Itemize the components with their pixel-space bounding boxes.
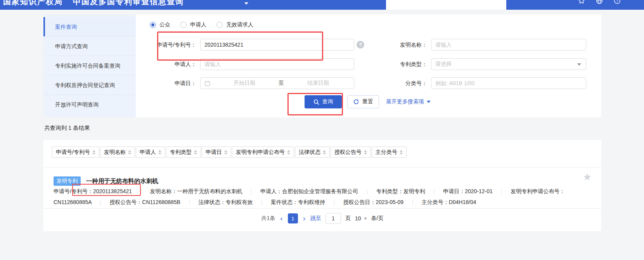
pagination-total: 共1条	[261, 215, 275, 222]
detail-segment: 申请人：合肥创知企业管理服务有限公司	[260, 188, 358, 194]
detail-segment: 申请号/专利号：2020113825421	[54, 188, 132, 194]
sidebar-item-open-license-query[interactable]: 开放许可声明查询	[43, 95, 136, 114]
column-label: 主分类号	[376, 149, 397, 156]
sort-carets-icon	[364, 150, 367, 155]
header-icon-group: ?	[578, 0, 621, 4]
applicant-input[interactable]	[200, 58, 354, 70]
sort-carets-icon	[287, 150, 290, 155]
result-title-link[interactable]: 一种用于无纺布料的水刺机	[86, 176, 158, 186]
column-header-application-number[interactable]: 申请号/专利号	[52, 147, 99, 158]
jump-to-page-input[interactable]	[325, 213, 341, 224]
query-button[interactable]: 查询	[305, 95, 342, 108]
page-size-select[interactable]: 10	[355, 215, 367, 222]
radio-applicant[interactable]: 申请人	[180, 21, 206, 28]
column-header-publication-number[interactable]: 发明专利申请公布号	[232, 147, 294, 158]
detail-segment: 法律状态：专利权有效	[198, 199, 253, 205]
invention-name-label: 发明名称：	[384, 39, 427, 51]
favorite-star-icon[interactable]	[578, 0, 585, 4]
separator: ｜	[138, 188, 144, 194]
sort-carets-icon	[128, 150, 131, 155]
form-row-1: 申请号/专利号： ? 发明名称：	[136, 39, 601, 51]
separator: ｜	[187, 199, 192, 205]
active-header-tab[interactable]	[386, 0, 506, 10]
sort-carets-icon	[224, 150, 227, 155]
page-size-value: 10	[355, 215, 361, 222]
column-label: 申请号/专利号	[56, 149, 90, 156]
sidebar-item-application-mode-query[interactable]: 申请方式查询	[43, 37, 136, 56]
application-date-label: 申请日：	[136, 77, 196, 89]
divider	[43, 208, 601, 209]
help-question-icon[interactable]: ?	[614, 0, 621, 4]
sidebar-item-pledge-registration-query[interactable]: 专利权质押合同登记查询	[43, 75, 136, 95]
column-label: 申请日	[206, 149, 222, 156]
column-header-application-date[interactable]: 申请日	[202, 147, 231, 158]
patent-type-placeholder: 请选择	[435, 61, 452, 68]
prev-page-button[interactable]: ‹	[279, 213, 283, 224]
divider	[43, 167, 601, 168]
detail-segment: 专利类型：发明专利	[376, 188, 425, 194]
svg-text:?: ?	[616, 0, 618, 3]
column-label: 法律状态	[299, 149, 320, 156]
patent-type-select[interactable]: 请选择	[431, 58, 586, 70]
next-page-button[interactable]: ›	[302, 213, 306, 224]
radio-invalid-requester[interactable]: 无效请求人	[216, 21, 253, 28]
date-to-label: 至	[279, 80, 284, 87]
separator: ｜	[98, 199, 103, 205]
column-header-invention-name[interactable]: 发明名称	[100, 147, 135, 158]
radio-unselected-icon	[216, 22, 223, 28]
application-date-range-picker[interactable]: 开始日期 至 结束日期	[200, 77, 354, 89]
detail-segment: 申请日：2020-12-01	[443, 188, 493, 194]
detail-segment: 发明名称：一种用于无纺布料的水刺机	[150, 188, 242, 194]
separator: ｜	[249, 188, 254, 194]
sidebar-item-case-query[interactable]: 案件查询	[43, 17, 136, 37]
sort-carets-icon	[158, 150, 161, 155]
radio-invalid-requester-label: 无效请求人	[226, 21, 253, 28]
search-panel: 案件查询 申请方式查询 专利实施许可合同备案查询 专利权质押合同登记查询 开放许…	[43, 14, 601, 117]
reset-button[interactable]: 重置	[347, 95, 379, 108]
expand-more-label: 展开更多搜索项	[386, 98, 424, 105]
column-label: 发明名称	[104, 149, 126, 156]
result-detail-line-1: 申请号/专利号：2020113825421 ｜ 发明名称：一种用于无纺布料的水刺…	[54, 188, 565, 195]
page-unit-label: 页	[345, 215, 351, 222]
application-number-input[interactable]	[200, 39, 354, 51]
detail-segment: 主分类号：D04H18/04	[422, 199, 476, 205]
per-page-label: 条/页	[371, 215, 384, 222]
invention-name-input[interactable]	[431, 39, 586, 51]
separator: ｜	[432, 188, 437, 194]
sidebar-item-license-record-query[interactable]: 专利实施许可合同备案查询	[43, 56, 136, 75]
help-icon[interactable]: ?	[357, 41, 364, 49]
detail-segment: 发明专利申请公布号：	[511, 188, 565, 194]
sidebar-menu: 案件查询 申请方式查询 专利实施许可合同备案查询 专利权质押合同登记查询 开放许…	[43, 14, 136, 117]
app-title-group: 国家知识产权局 中国及多国专利审查信息查询	[3, 0, 184, 7]
column-header-main-classification[interactable]: 主分类号	[372, 147, 407, 158]
sort-carets-icon	[194, 150, 197, 155]
results-panel: 申请号/专利号 发明名称 申请人 专利类型 申请日 发明专利申请公布号 法律状态	[43, 140, 601, 231]
page-title: 中国及多国专利审查信息查询	[73, 0, 184, 7]
column-header-patent-type[interactable]: 专利类型	[166, 147, 201, 158]
patent-type-label: 专利类型：	[384, 58, 427, 70]
radio-unselected-icon	[180, 22, 187, 28]
separator: ｜	[499, 188, 504, 194]
classification-input[interactable]	[431, 77, 586, 89]
current-page-button[interactable]: 1	[288, 213, 298, 223]
expand-more-search-link[interactable]: 展开更多搜索项	[386, 95, 431, 108]
chevron-down-icon[interactable]	[244, 2, 248, 5]
column-header-legal-status[interactable]: 法律状态	[295, 147, 330, 158]
sort-carets-icon	[323, 150, 326, 155]
application-number-label: 申请号/专利号：	[136, 39, 196, 51]
column-header-applicant[interactable]: 申请人	[136, 147, 165, 158]
search-icon	[313, 99, 319, 105]
column-header-grant-number[interactable]: 授权公告号	[331, 147, 371, 158]
separator: ｜	[259, 199, 264, 205]
column-label: 授权公告号	[334, 149, 362, 156]
separator: ｜	[365, 188, 370, 194]
refresh-icon	[353, 99, 359, 105]
end-date-placeholder[interactable]: 结束日期	[286, 80, 350, 87]
separator: ｜	[410, 199, 415, 205]
start-date-placeholder[interactable]: 开始日期	[213, 80, 276, 87]
detail-segment: 案件状态：专利权维持	[271, 199, 325, 205]
radio-public[interactable]: 公众	[150, 21, 170, 28]
favorite-star-icon[interactable]: ★	[583, 172, 592, 182]
radio-applicant-label: 申请人	[190, 21, 206, 28]
globe-language-icon[interactable]	[596, 0, 603, 4]
